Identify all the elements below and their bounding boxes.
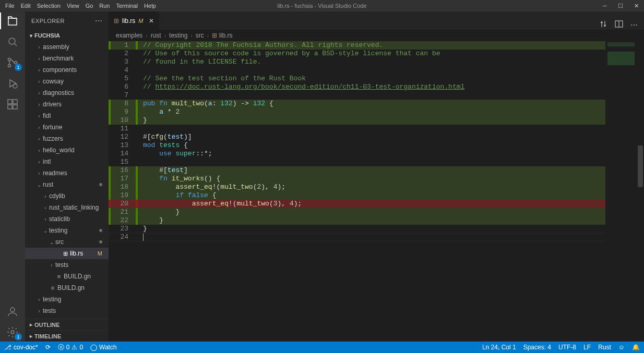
menu-file[interactable]: File <box>2 2 18 10</box>
code-line-23[interactable]: 23} <box>109 225 644 233</box>
tree-item-label: testing <box>43 296 109 303</box>
folder-readmes[interactable]: ›readmes <box>25 167 109 179</box>
menu-run[interactable]: Run <box>96 2 113 10</box>
folder-fidl[interactable]: ›fidl <box>25 110 109 121</box>
explorer-icon[interactable] <box>6 15 19 27</box>
folder-staticlib[interactable]: ›staticlib <box>25 213 109 225</box>
project-section-header[interactable]: ▾ FUCHSIA <box>25 30 109 41</box>
folder-src[interactable]: ⌄src <box>25 236 109 248</box>
code-line-9[interactable]: 9 a * 2 <box>109 108 644 116</box>
folder-benchmark[interactable]: ›benchmark <box>25 53 109 64</box>
folder-testing[interactable]: ⌄testing <box>25 225 109 236</box>
code-line-12[interactable]: 12#[cfg(test)] <box>109 133 644 141</box>
code-line-7[interactable]: 7 <box>109 91 644 100</box>
status-indentation[interactable]: Spaces: 4 <box>523 344 551 351</box>
minimap[interactable] <box>605 41 637 342</box>
code-line-17[interactable]: 17 fn it_works() { <box>109 175 644 183</box>
close-window-button[interactable]: ✕ <box>628 0 644 11</box>
breadcrumb-src[interactable]: src <box>196 32 204 39</box>
code-line-13[interactable]: 13mod tests { <box>109 141 644 150</box>
split-editor-icon[interactable] <box>615 20 623 30</box>
extensions-icon[interactable] <box>6 98 19 111</box>
outline-section[interactable]: ▸ OUTLINE <box>25 319 109 330</box>
status-language[interactable]: Rust <box>598 344 611 351</box>
menu-selection[interactable]: Selection <box>34 2 64 10</box>
folder-tests[interactable]: ›tests <box>25 305 109 317</box>
search-icon[interactable] <box>6 35 19 48</box>
breadcrumbs[interactable]: examples›rust›testing›src›⊞ lib.rs <box>109 30 644 41</box>
folder-rust_static_linking[interactable]: ›rust_static_linking <box>25 202 109 213</box>
status-eol[interactable]: LF <box>583 344 591 351</box>
folder-rust[interactable]: ⌄rust <box>25 179 109 190</box>
status-sync[interactable]: ⟳ <box>45 344 51 351</box>
code-line-10[interactable]: 10} <box>109 116 644 125</box>
file-build-gn[interactable]: ≡BUILD.gn <box>25 282 109 294</box>
status-notifications[interactable]: 🔔 <box>632 344 640 351</box>
folder-assembly[interactable]: ›assembly <box>25 41 109 53</box>
breadcrumb-lib-rs[interactable]: ⊞ lib.rs <box>212 32 232 39</box>
file-tree[interactable]: ›assembly›benchmark›components›cowsay›di… <box>25 41 109 319</box>
more-actions-icon[interactable]: ⋯ <box>630 21 638 29</box>
settings-gear-icon[interactable]: 1 <box>6 326 19 338</box>
code-line-6[interactable]: 6// https://doc.rust-lang.org/book/secon… <box>109 83 644 91</box>
status-problems[interactable]: ⓧ0 ⚠0 <box>58 343 83 352</box>
compare-changes-icon[interactable] <box>599 20 607 30</box>
source-control-icon[interactable]: 1 <box>6 56 19 69</box>
menu-help[interactable]: Help <box>141 2 159 10</box>
code-line-24[interactable]: 24 <box>109 233 644 241</box>
file-build-gn[interactable]: ≡BUILD.gn <box>25 271 109 282</box>
folder-intl[interactable]: ›intl <box>25 156 109 167</box>
status-branch[interactable]: ⎇ cov-doc* <box>4 344 38 351</box>
sidebar-more-icon[interactable]: ⋯ <box>95 17 103 25</box>
run-debug-icon[interactable] <box>6 77 19 90</box>
folder-drivers[interactable]: ›drivers <box>25 99 109 110</box>
file-lib-rs[interactable]: ⊞lib.rsM <box>25 248 109 259</box>
breadcrumb-examples[interactable]: examples <box>116 32 142 39</box>
menu-edit[interactable]: Edit <box>18 2 34 10</box>
status-encoding[interactable]: UTF-8 <box>558 344 576 351</box>
status-feedback[interactable]: ☺ <box>618 344 625 351</box>
tree-item-label: assembly <box>43 43 109 51</box>
breadcrumb-testing[interactable]: testing <box>169 32 187 39</box>
folder-diagnostics[interactable]: ›diagnostics <box>25 87 109 99</box>
code-line-3[interactable]: 3// found in the LICENSE file. <box>109 58 644 66</box>
code-line-14[interactable]: 14 use super::*; <box>109 150 644 158</box>
editor-scrollbar[interactable] <box>637 41 644 342</box>
folder-cdylib[interactable]: ›cdylib <box>25 190 109 202</box>
folder-fuzzers[interactable]: ›fuzzers <box>25 133 109 144</box>
close-tab-icon[interactable]: ✕ <box>149 17 154 25</box>
code-line-20[interactable]: 20 assert_eq!(mult_two(3), 4); <box>109 200 644 208</box>
menu-terminal[interactable]: Terminal <box>113 2 141 10</box>
code-line-19[interactable]: 19 if false { <box>109 191 644 200</box>
code-line-8[interactable]: 8pub fn mult_two(a: i32) -> i32 { <box>109 100 644 108</box>
maximize-button[interactable]: ☐ <box>613 0 628 11</box>
code-line-1[interactable]: 1// Copyright 2018 The Fuchsia Authors. … <box>109 41 644 50</box>
status-watch[interactable]: ◯ Watch <box>90 344 117 351</box>
folder-tests[interactable]: ›tests <box>25 259 109 271</box>
code-line-22[interactable]: 22 } <box>109 216 644 225</box>
breadcrumb-rust[interactable]: rust <box>151 32 161 39</box>
code-line-21[interactable]: 21 } <box>109 208 644 216</box>
code-line-18[interactable]: 18 assert_eq!(mult_two(2), 4); <box>109 183 644 191</box>
accounts-icon[interactable] <box>6 305 19 318</box>
code-line-16[interactable]: 16 #[test] <box>109 166 644 175</box>
code-line-4[interactable]: 4 <box>109 66 644 75</box>
folder-time[interactable]: ›time <box>25 317 109 319</box>
editor-tab-lib-rs[interactable]: ⊞ lib.rs M ✕ <box>109 11 160 30</box>
code-line-15[interactable]: 15 <box>109 158 644 166</box>
menu-view[interactable]: View <box>64 2 82 10</box>
status-cursor-position[interactable]: Ln 24, Col 1 <box>482 344 516 351</box>
code-line-11[interactable]: 11 <box>109 125 644 133</box>
folder-hello_world[interactable]: ›hello_world <box>25 144 109 156</box>
timeline-section[interactable]: ▸ TIMELINE <box>25 330 109 342</box>
code-editor[interactable]: 1// Copyright 2018 The Fuchsia Authors. … <box>109 41 644 342</box>
folder-testing[interactable]: ›testing <box>25 294 109 305</box>
folder-cowsay[interactable]: ›cowsay <box>25 76 109 87</box>
folder-fortune[interactable]: ›fortune <box>25 121 109 133</box>
menu-go[interactable]: Go <box>82 2 97 10</box>
code-line-5[interactable]: 5// See the test section of the Rust Boo… <box>109 75 644 83</box>
minimize-button[interactable]: ─ <box>597 0 613 11</box>
folder-components[interactable]: ›components <box>25 64 109 76</box>
error-count: 0 <box>66 344 70 351</box>
code-line-2[interactable]: 2// Use of this source code is governed … <box>109 50 644 58</box>
